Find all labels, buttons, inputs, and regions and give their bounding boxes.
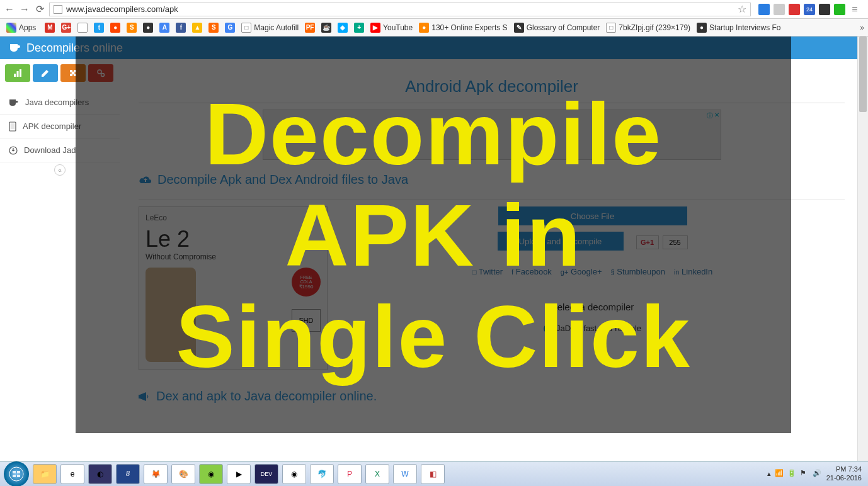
ext-icon[interactable] bbox=[774, 4, 785, 15]
bookmark-item[interactable]: t bbox=[91, 21, 106, 34]
tray-battery-icon[interactable]: 🔋 bbox=[787, 469, 797, 479]
bookmark-item[interactable]: ▶YouTube bbox=[368, 21, 415, 34]
bookmark-icon bbox=[77, 23, 88, 33]
sidebar-label: Download Jad bbox=[24, 145, 76, 155]
ext-icon[interactable] bbox=[819, 4, 830, 15]
ext-icon[interactable] bbox=[834, 4, 845, 15]
apps-button[interactable]: Apps bbox=[4, 21, 38, 34]
task-ie[interactable]: e bbox=[60, 464, 84, 484]
bookmark-icon: S bbox=[127, 23, 137, 33]
start-button[interactable] bbox=[4, 461, 29, 487]
tray-action-icon[interactable]: ⚑ bbox=[800, 469, 810, 479]
bookmark-icon: ● bbox=[110, 23, 120, 33]
task-excel[interactable]: X bbox=[365, 464, 389, 484]
bookmark-icon: M bbox=[45, 23, 55, 33]
clock-date: 21-06-2016 bbox=[826, 474, 862, 482]
bookmark-item[interactable]: □Magic Autofill bbox=[239, 21, 301, 34]
address-bar[interactable]: www.javadecompilers.com/apk ☆ bbox=[49, 3, 751, 16]
bookmark-item[interactable]: ● bbox=[108, 21, 123, 34]
bookmark-item[interactable]: M bbox=[42, 21, 57, 34]
tray-show-hidden[interactable]: ▴ bbox=[767, 470, 771, 478]
bookmark-item[interactable]: ▲ bbox=[190, 21, 205, 34]
bookmark-icon: ▶ bbox=[370, 23, 380, 33]
bookmarks-overflow[interactable]: » bbox=[860, 23, 864, 32]
windows-icon bbox=[9, 466, 24, 482]
title-overlay: Decompile APK in Single Click bbox=[76, 37, 791, 433]
clock-time: PM 7:34 bbox=[826, 465, 862, 473]
toolbar-btn-stats[interactable] bbox=[5, 64, 30, 82]
tray-network-icon[interactable]: 📶 bbox=[775, 469, 785, 479]
task-chrome[interactable]: ◉ bbox=[282, 464, 306, 484]
tray-volume-icon[interactable]: 🔊 bbox=[813, 469, 823, 479]
bookmark-item[interactable]: ☕ bbox=[319, 21, 334, 34]
task-explorer[interactable]: 📁 bbox=[33, 464, 57, 484]
task-media[interactable]: ▶ bbox=[227, 464, 251, 484]
bookmark-label: YouTube bbox=[383, 23, 413, 32]
bookmark-item[interactable]: ◆ bbox=[335, 21, 350, 34]
task-app[interactable]: 8 bbox=[116, 464, 140, 484]
bookmark-label: Glossary of Computer bbox=[527, 23, 600, 32]
task-devcpp[interactable]: DEV bbox=[254, 464, 278, 484]
toolbar-btn-edit[interactable] bbox=[33, 64, 58, 82]
bookmark-item[interactable]: S bbox=[206, 21, 221, 34]
coffee-icon bbox=[9, 98, 19, 107]
bookmark-icon: ● bbox=[697, 23, 707, 33]
task-app2[interactable]: ◧ bbox=[421, 464, 445, 484]
bookmark-item[interactable]: PF bbox=[302, 21, 317, 34]
bookmark-star-icon[interactable]: ☆ bbox=[738, 3, 746, 15]
bookmark-icon: ● bbox=[419, 23, 429, 33]
bookmark-label: Magic Autofill bbox=[254, 23, 299, 32]
vertical-scrollbar[interactable] bbox=[857, 37, 868, 461]
bars-icon bbox=[13, 69, 22, 77]
system-tray: ▴ 📶 🔋 ⚑ 🔊 PM 7:34 21-06-2016 bbox=[767, 465, 864, 482]
bookmark-item[interactable]: ✎Glossary of Computer bbox=[511, 21, 603, 34]
bookmark-item[interactable]: A bbox=[157, 21, 172, 34]
menu-icon[interactable]: ≡ bbox=[849, 4, 860, 15]
ext-icon[interactable] bbox=[789, 4, 800, 15]
bookmark-icon: S bbox=[208, 23, 219, 33]
download-icon bbox=[9, 146, 18, 155]
bookmark-item[interactable]: + bbox=[351, 21, 367, 34]
chevron-left-icon: « bbox=[54, 164, 66, 176]
taskbar-clock[interactable]: PM 7:34 21-06-2016 bbox=[826, 465, 864, 482]
bookmark-icon: A bbox=[159, 23, 169, 33]
bookmark-item[interactable]: S bbox=[124, 21, 139, 34]
browser-navigation: ← → ⟳ www.javadecompilers.com/apk ☆ 24 ≡ bbox=[0, 0, 868, 19]
task-paint[interactable]: 🎨 bbox=[171, 464, 195, 484]
task-dolphin[interactable]: 🐬 bbox=[310, 464, 334, 484]
site-icon bbox=[54, 5, 62, 14]
ext-icon[interactable] bbox=[758, 4, 770, 15]
windows-taskbar: 📁 e ◐ 8 🦊 🎨 ◉ ▶ DEV ◉ 🐬 P X W ◧ ▴ 📶 🔋 ⚑ … bbox=[0, 461, 868, 486]
bookmark-item[interactable]: ●130+ Online Experts S bbox=[416, 21, 510, 34]
task-firefox[interactable]: 🦊 bbox=[144, 464, 168, 484]
coffee-icon bbox=[9, 43, 21, 53]
pencil-icon bbox=[41, 69, 50, 77]
svg-rect-2 bbox=[20, 69, 21, 77]
bookmark-item[interactable]: □7bkZIpj.gif (239×179) bbox=[603, 21, 693, 34]
bookmark-icon: PF bbox=[305, 23, 315, 33]
bookmark-label: 130+ Online Experts S bbox=[431, 23, 507, 32]
bookmark-item[interactable]: ● bbox=[140, 21, 156, 34]
bookmark-item[interactable]: G+ bbox=[59, 21, 74, 34]
bookmark-icon: f bbox=[176, 23, 186, 33]
task-android[interactable]: ◉ bbox=[199, 464, 223, 484]
reload-button[interactable]: ⟳ bbox=[34, 4, 45, 15]
bookmark-label: Startup Interviews Fo bbox=[709, 23, 780, 32]
svg-rect-0 bbox=[14, 74, 16, 77]
svg-point-8 bbox=[9, 467, 23, 481]
task-word[interactable]: W bbox=[393, 464, 417, 484]
back-button[interactable]: ← bbox=[4, 4, 15, 15]
bookmark-icon: □ bbox=[606, 23, 616, 33]
forward-button[interactable]: → bbox=[19, 4, 30, 15]
bookmark-item[interactable]: ●Startup Interviews Fo bbox=[694, 21, 783, 34]
task-eclipse[interactable]: ◐ bbox=[88, 464, 112, 484]
ext-icon-badge[interactable]: 24 bbox=[804, 4, 815, 15]
bookmarks-bar: Apps MG+t●S●Af▲SG□Magic AutofillPF☕◆+▶Yo… bbox=[0, 19, 868, 37]
bookmark-item[interactable]: f bbox=[173, 21, 188, 34]
scroll-thumb[interactable] bbox=[859, 37, 867, 112]
bookmark-item[interactable]: G bbox=[222, 21, 237, 34]
svg-rect-6 bbox=[11, 123, 15, 129]
task-powerpoint[interactable]: P bbox=[338, 464, 362, 484]
bookmark-item[interactable] bbox=[75, 21, 90, 34]
bookmark-icon: G bbox=[225, 23, 235, 33]
